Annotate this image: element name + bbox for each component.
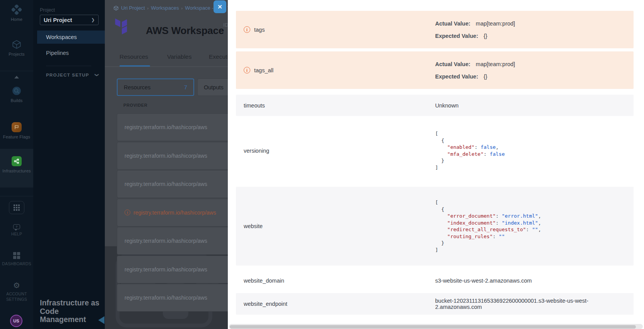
provider-cell: registry.terraform.io/hashicorp/aws — [125, 181, 207, 187]
breadcrumb-separator: › — [147, 6, 149, 10]
breadcrumb-project-link[interactable]: Uri Project — [121, 5, 145, 11]
sidebar-item-dashboards[interactable]: DASHBOARDS — [0, 252, 33, 266]
table-row[interactable]: iregistry.terraform.io/hashicorp/aws — [117, 199, 228, 227]
expected-value: {} — [483, 33, 487, 39]
project-setup-toggle[interactable]: PROJECT SETUP ❯ — [46, 73, 99, 77]
sidebar-item-account-settings[interactable]: ⚙ ACCOUNT SETTINGS — [0, 281, 33, 302]
expected-value-line: Expected Value:{} — [435, 73, 515, 80]
attribute-name: itags_all — [236, 67, 435, 73]
attribute-value: Unknown — [435, 102, 458, 109]
provider-table: registry.terraform.io/hashicorp/awsregis… — [117, 113, 228, 312]
sidebar-item-label: Workspaces — [46, 34, 77, 40]
attribute-json-value: [ { "error_document": "error.html", "ind… — [435, 199, 541, 253]
provider-cell: registry.terraform.io/hashicorp/aws — [125, 124, 207, 130]
drift-info-icon: i — [244, 26, 250, 33]
tab-resources[interactable]: Resources — [120, 53, 148, 60]
drift-values: Actual Value:map[team:prod]Expected Valu… — [435, 61, 515, 80]
sidebar-item-projects[interactable]: Projects — [0, 39, 33, 56]
builds-icon — [12, 86, 22, 96]
drift-info-icon: i — [244, 67, 250, 73]
attribute-name-text: versioning — [244, 148, 269, 154]
table-row[interactable]: registry.terraform.io/hashicorp/aws — [117, 142, 228, 170]
actual-value: map[team:prod] — [476, 61, 515, 67]
sidebar-item-label: Builds — [10, 98, 22, 103]
attribute-json-value: [ { "enabled": false, "mfa_delete": fals… — [435, 130, 505, 171]
breadcrumb-workspaces-link[interactable]: Workspaces — [151, 5, 179, 11]
collapse-up-icon[interactable] — [14, 76, 19, 78]
outputs-card[interactable]: Outputs — [197, 78, 228, 96]
sidebar-item-infrastructures[interactable]: Infrastructures — [0, 156, 33, 173]
grid-icon — [14, 205, 20, 211]
resource-detail-modal: itagsActual Value:map[team:prod]Expected… — [228, 0, 644, 329]
tabs-divider — [105, 66, 228, 67]
terraform-logo — [113, 17, 129, 35]
attribute-row-tags: itagsActual Value:map[team:prod]Expected… — [236, 11, 634, 48]
attribute-row-website: website[ { "error_document": "error.html… — [236, 187, 634, 266]
drift-info-icon: i — [125, 210, 130, 215]
attribute-name-text: tags_all — [254, 67, 273, 73]
tab-executions[interactable]: Executions — [209, 53, 228, 60]
projects-icon — [12, 39, 22, 49]
product-tagline: Infrastructure as Code Management — [40, 299, 102, 324]
sidebar-item-home[interactable]: Home — [0, 5, 33, 22]
sidebar-item-label: Home — [11, 17, 22, 22]
sidebar-item-builds[interactable]: Builds — [0, 86, 33, 103]
sidebar-item-feature-flags[interactable]: Feature Flags — [0, 122, 33, 139]
provider-cell: registry.terraform.io/hashicorp/aws — [125, 295, 207, 301]
user-avatar[interactable]: US — [10, 315, 22, 327]
sidebar-item-label: Pipelines — [46, 50, 69, 56]
tab-variables[interactable]: Variables — [167, 53, 191, 60]
provider-cell: registry.terraform.io/hashicorp/aws — [125, 266, 207, 273]
attribute-name: timeouts — [236, 102, 435, 109]
sidebar-item-workspaces[interactable]: Workspaces — [37, 31, 105, 44]
chevron-right-icon: ❯ — [91, 17, 95, 22]
horizontal-scrollbar-thumb[interactable] — [230, 325, 636, 329]
home-icon — [12, 5, 22, 15]
attribute-name-text: website_endpoint — [244, 301, 287, 307]
sidebar-item-help[interactable]: ? HELP — [0, 224, 33, 236]
expected-value: {} — [483, 73, 487, 80]
drift-values: Actual Value:map[team:prod]Expected Valu… — [435, 20, 515, 39]
card-label: Outputs — [204, 84, 224, 90]
sidebar-item-label: Infrastructures — [2, 169, 31, 173]
project-setup-label: PROJECT SETUP — [46, 73, 89, 77]
attribute-row-tags_all: itags_allActual Value:map[team:prod]Expe… — [236, 51, 634, 89]
attribute-value: bucket-120231113165336922600000001.s3-we… — [435, 298, 634, 310]
attribute-name: website_endpoint — [236, 301, 435, 307]
actual-value-line: Actual Value:map[team:prod] — [435, 20, 515, 27]
attribute-name: itags — [236, 26, 435, 33]
sidebar-item-label: Projects — [9, 52, 24, 56]
table-row[interactable]: registry.terraform.io/hashicorp/aws — [117, 284, 228, 312]
table-row[interactable]: registry.terraform.io/hashicorp/aws — [117, 113, 228, 141]
attribute-name-text: tags — [254, 27, 265, 33]
close-modal-button[interactable]: ✕ — [214, 0, 226, 13]
attribute-name: website — [236, 223, 435, 229]
table-row[interactable]: registry.terraform.io/hashicorp/aws — [117, 170, 228, 198]
breadcrumb: Uri Project › Workspaces › Workspace - A… — [113, 5, 228, 11]
apps-grid-button[interactable] — [9, 201, 24, 214]
table-row[interactable]: registry.terraform.io/hashicorp/aws — [117, 256, 228, 283]
actual-value-label: Actual Value: — [435, 61, 470, 67]
project-selector[interactable]: Uri Project ❯ — [40, 15, 99, 25]
attribute-name-text: timeouts — [244, 102, 265, 109]
attribute-row-website_domain: website_domains3-website-us-west-2.amazo… — [236, 270, 634, 291]
attribute-row-timeouts: timeoutsUnknown — [236, 95, 634, 116]
resources-count-card[interactable]: Resources 7 — [117, 78, 194, 96]
sidebar-item-label: Feature Flags — [3, 135, 30, 139]
breadcrumb-separator: › — [181, 6, 183, 10]
provider-column-header: PROVIDER — [123, 103, 147, 107]
sidebar-item-pipelines[interactable]: Pipelines — [37, 46, 105, 60]
rail-divider — [0, 196, 33, 196]
help-chat-icon: ? — [13, 224, 20, 229]
project-sidebar: Project Uri Project ❯ Workspaces Pipelin… — [33, 0, 105, 329]
expected-value-label: Expected Value: — [435, 73, 478, 80]
table-row[interactable]: registry.terraform.io/hashicorp/aws — [117, 227, 228, 255]
sidebar-item-label: SETTINGS — [6, 297, 27, 302]
icon-rail: Home Projects Builds Feature Flags — [0, 0, 33, 329]
chevron-down-icon: ❯ — [95, 73, 99, 77]
feature-flags-icon — [12, 122, 22, 132]
provider-cell: registry.terraform.io/hashicorp/aws — [125, 153, 207, 159]
page-title: AWS Workspace — [146, 25, 224, 37]
attribute-list: itagsActual Value:map[team:prod]Expected… — [236, 0, 634, 315]
resources-count-badge: 7 — [184, 84, 187, 90]
